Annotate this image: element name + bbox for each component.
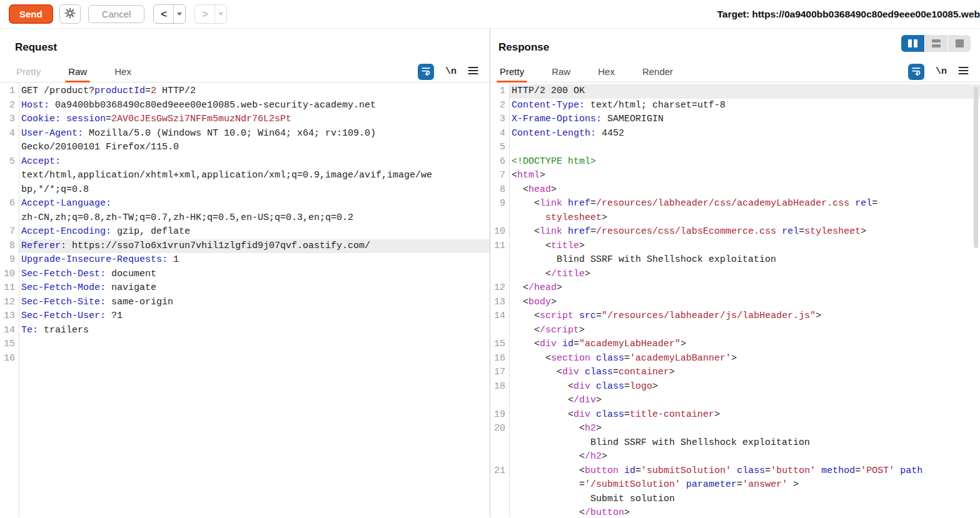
back-dropdown-button[interactable]: [174, 5, 185, 23]
line-content[interactable]: </button>: [509, 506, 980, 517]
send-settings-button[interactable]: [59, 4, 81, 24]
code-line: 14Te: trailers: [0, 324, 490, 338]
line-content[interactable]: <script src="/resources/labheader/js/lab…: [509, 309, 980, 324]
line-content[interactable]: text/html,application/xhtml+xml,applicat…: [19, 169, 490, 183]
response-tab-hex[interactable]: Hex: [597, 61, 616, 82]
line-content[interactable]: <body>: [509, 296, 980, 310]
response-tab-render[interactable]: Render: [641, 61, 674, 82]
line-content[interactable]: bp,*/*;q=0.8: [19, 183, 490, 197]
line-content[interactable]: zh-CN,zh;q=0.8,zh-TW;q=0.7,zh-HK;q=0.5,e…: [19, 211, 490, 226]
forward-button[interactable]: >: [195, 5, 215, 23]
line-content[interactable]: <link href=/resources/css/labsEcommerce.…: [509, 225, 980, 239]
line-content[interactable]: <div class=logo>: [509, 380, 980, 394]
line-content[interactable]: Sec-Fetch-User: ?1: [19, 309, 490, 324]
line-content[interactable]: Sec-Fetch-Mode: navigate: [19, 281, 490, 296]
line-content[interactable]: Content-Type: text/html; charset=utf-8: [509, 99, 980, 113]
code-line: Blind SSRF with Shellshock exploitation: [490, 253, 980, 267]
line-content[interactable]: Accept-Encoding: gzip, deflate: [19, 225, 490, 239]
line-content[interactable]: <div id="academyLabHeader">: [509, 337, 980, 352]
word-wrap-toggle[interactable]: [418, 64, 434, 80]
line-content[interactable]: Upgrade-Insecure-Requests: 1: [19, 253, 490, 267]
line-content[interactable]: <h2>: [509, 422, 980, 436]
line-number: [490, 211, 509, 226]
send-button[interactable]: Send: [9, 4, 53, 24]
line-number: 18: [490, 380, 509, 394]
line-content[interactable]: Te: trailers: [19, 324, 490, 338]
line-content[interactable]: </head>: [509, 281, 980, 296]
line-content[interactable]: Referer: https://sso7lo6x1vrun7vhil1zlgf…: [19, 239, 490, 254]
line-content[interactable]: stylesheet>: [509, 211, 980, 226]
columns-layout-icon: [908, 39, 917, 47]
line-content[interactable]: Sec-Fetch-Dest: document: [19, 267, 490, 282]
line-content[interactable]: <link href=/resources/labheader/css/acad…: [509, 197, 980, 211]
line-content[interactable]: User-Agent: Mozilla/5.0 (Windows NT 10.0…: [19, 127, 490, 141]
line-content[interactable]: Sec-Fetch-Site: same-origin: [19, 296, 490, 310]
request-tab-pretty[interactable]: Pretty: [15, 61, 42, 82]
code-line: 8 <head>: [490, 183, 980, 197]
line-content[interactable]: X-Frame-Options: SAMEORIGIN: [509, 112, 980, 127]
code-line: 16 <section class='academyLabBanner'>: [490, 352, 980, 366]
show-newlines-toggle[interactable]: \n: [445, 66, 457, 77]
line-content[interactable]: Content-Length: 4452: [509, 127, 980, 141]
line-content[interactable]: [19, 337, 490, 352]
line-number: 14: [490, 309, 509, 324]
request-editor: 1GET /product?productId=2 HTTP/22Host: 0…: [0, 82, 490, 366]
response-scrollbar[interactable]: [974, 87, 978, 248]
request-editor-icons: \n: [418, 64, 478, 80]
line-content[interactable]: [509, 141, 980, 155]
line-number: [490, 492, 509, 507]
line-content[interactable]: Host: 0a9400bb0368490c80ed9eee00e10085.w…: [19, 99, 490, 113]
line-content[interactable]: </title>: [509, 267, 980, 282]
code-line: 15: [0, 337, 490, 352]
layout-rows-button[interactable]: [924, 35, 947, 52]
line-content[interactable]: Accept-Language:: [19, 197, 490, 211]
code-line: 21 <button id='submitSolution' class='bu…: [490, 464, 980, 479]
line-number: 9: [0, 253, 19, 267]
line-number: 3: [490, 112, 509, 127]
line-content[interactable]: <html>: [509, 169, 980, 183]
line-number: 4: [0, 127, 19, 141]
line-content[interactable]: <button id='submitSolution' class='butto…: [509, 464, 980, 479]
line-content[interactable]: Blind SSRF with Shellshock exploitation: [509, 436, 980, 451]
hamburger-menu-icon: [958, 66, 969, 77]
line-content[interactable]: ='/submitSolution' parameter='answer' >: [509, 478, 980, 492]
back-button[interactable]: <: [154, 5, 174, 23]
cancel-button[interactable]: Cancel: [88, 5, 145, 23]
request-tab-hex[interactable]: Hex: [113, 61, 133, 82]
line-number: [0, 211, 19, 226]
response-menu-button[interactable]: [958, 66, 969, 77]
code-line: 7<html>: [490, 169, 980, 183]
line-content[interactable]: <div class=title-container>: [509, 408, 980, 422]
line-content[interactable]: Blind SSRF with Shellshock exploitation: [509, 253, 980, 267]
line-number: 5: [0, 155, 19, 169]
line-content[interactable]: Cookie: session=2AV0cJEsGwSzi7NFFm5muzNd…: [19, 112, 490, 127]
word-wrap-toggle[interactable]: [908, 64, 924, 80]
response-title: Response: [498, 40, 969, 55]
line-content[interactable]: <!DOCTYPE html>: [509, 155, 980, 169]
request-tab-raw[interactable]: Raw: [67, 61, 88, 82]
line-content[interactable]: HTTP/2 200 OK: [509, 84, 980, 99]
line-content[interactable]: <title>: [509, 239, 980, 254]
request-menu-button[interactable]: [468, 66, 478, 77]
line-content[interactable]: <div class=container>: [509, 366, 980, 380]
line-number: [490, 267, 509, 282]
line-content[interactable]: </h2>: [509, 450, 980, 464]
line-content[interactable]: <head>: [509, 183, 980, 197]
line-content[interactable]: <section class='academyLabBanner'>: [509, 352, 980, 366]
line-content[interactable]: Gecko/20100101 Firefox/115.0: [19, 141, 490, 155]
line-content[interactable]: GET /product?productId=2 HTTP/2: [19, 84, 490, 99]
line-content[interactable]: Submit solution: [509, 492, 980, 507]
forward-dropdown-button[interactable]: [215, 5, 226, 23]
line-content[interactable]: </script>: [509, 324, 980, 338]
line-content[interactable]: Accept:: [19, 155, 490, 169]
line-number: [490, 324, 509, 338]
line-content[interactable]: </div>: [509, 394, 980, 408]
layout-columns-button[interactable]: [901, 35, 924, 52]
response-tab-raw[interactable]: Raw: [550, 61, 572, 82]
code-line: </script>: [490, 324, 980, 338]
line-number: 11: [0, 281, 19, 296]
line-content[interactable]: [19, 352, 490, 366]
response-tab-pretty[interactable]: Pretty: [498, 61, 525, 82]
layout-single-button[interactable]: [947, 35, 971, 52]
show-newlines-toggle[interactable]: \n: [936, 66, 947, 77]
